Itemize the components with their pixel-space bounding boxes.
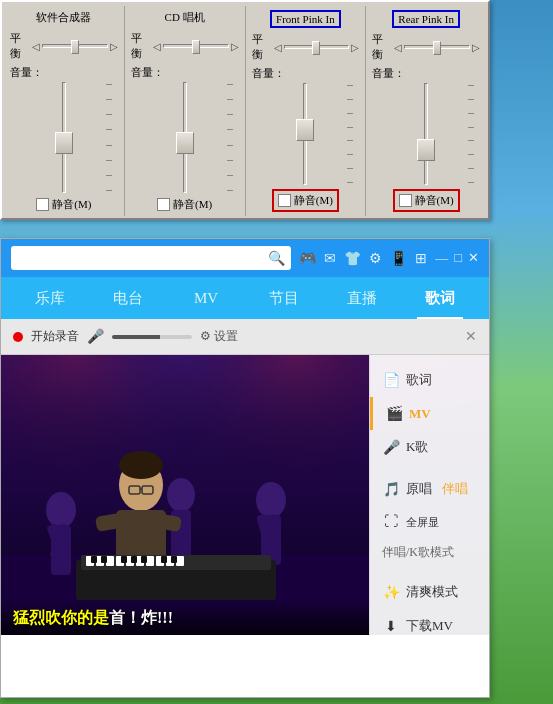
- tab-library[interactable]: 乐库: [11, 277, 89, 319]
- menu-item-lyrics[interactable]: 📄 歌词: [370, 363, 489, 397]
- col3-mute-row: 静音(M): [272, 185, 339, 212]
- svg-rect-35: [91, 556, 97, 563]
- col1-volume-thumb[interactable]: [55, 132, 73, 154]
- tick: [468, 85, 474, 86]
- col4-balance-label: 平衡: [372, 32, 392, 62]
- col4-volume-slider[interactable]: [372, 83, 480, 185]
- settings-icon[interactable]: ⚙: [369, 250, 382, 267]
- minimize-button[interactable]: —: [435, 250, 448, 266]
- col2-balance-slider[interactable]: [163, 38, 229, 54]
- col3-balance-row: 平衡 ◁ ▷: [252, 32, 360, 62]
- col3-mute-checkbox[interactable]: [278, 194, 291, 207]
- menu-item-karaoke[interactable]: 🎤 K歌: [370, 430, 489, 464]
- col4-volume-track: [424, 83, 428, 185]
- menu-item-download-mv[interactable]: ⬇ 下载MV: [370, 609, 489, 635]
- col2-tick-marks: [227, 82, 239, 193]
- col1-balance-slider[interactable]: [42, 38, 108, 54]
- menu-subitem-karaoke-mode[interactable]: 伴唱/K歌模式: [370, 538, 489, 567]
- mixer-columns: 软件合成器 平衡 ◁ ▷ 音量：: [2, 2, 488, 218]
- svg-rect-38: [131, 556, 137, 563]
- tick: [227, 114, 233, 115]
- col3-bal-left-icon: ◁: [274, 42, 282, 53]
- mobile-icon[interactable]: 📱: [390, 250, 407, 267]
- lyrics-text-white: 首！炸!!!: [109, 609, 173, 626]
- col1-mute-checkbox[interactable]: [36, 198, 49, 211]
- col2-volume-slider[interactable]: [131, 82, 239, 193]
- search-icon[interactable]: 🔍: [268, 250, 285, 267]
- col3-tick-marks: [347, 83, 359, 185]
- window-controls: — □ ✕: [435, 250, 479, 266]
- col4-bal-left-icon: ◁: [394, 42, 402, 53]
- close-record-bar-button[interactable]: ✕: [465, 328, 477, 345]
- tick: [106, 145, 112, 146]
- col4-bal-right-icon: ▷: [472, 42, 480, 53]
- mic-volume-slider[interactable]: [112, 335, 192, 339]
- record-dot-icon: [13, 332, 23, 342]
- col4-balance-track: [404, 45, 470, 49]
- tab-shows[interactable]: 节目: [245, 277, 323, 319]
- col4-balance-row: 平衡 ◁ ▷: [372, 32, 480, 62]
- search-input[interactable]: [17, 251, 264, 265]
- col3-balance-slider[interactable]: [284, 39, 350, 55]
- tick: [106, 114, 112, 115]
- menu-item-fullscreen[interactable]: ⛶ 全屏显: [370, 506, 489, 538]
- tick: [227, 99, 233, 100]
- tshirt-icon[interactable]: 👕: [344, 250, 361, 267]
- menu-item-mv[interactable]: 🎬 MV: [370, 397, 489, 430]
- col4-mute-checkbox[interactable]: [399, 194, 412, 207]
- tick: [227, 84, 233, 85]
- search-input-wrapper[interactable]: 🔍: [11, 246, 291, 270]
- col3-title: Front Pink In: [270, 10, 341, 28]
- mv-menu-label: MV: [409, 406, 431, 422]
- tab-radio[interactable]: 电台: [89, 277, 167, 319]
- tick: [468, 99, 474, 100]
- svg-rect-37: [121, 556, 127, 563]
- tick: [106, 190, 112, 191]
- col3-balance-thumb[interactable]: [312, 41, 320, 55]
- menu-item-original[interactable]: 🎵 原唱 伴唱: [370, 472, 489, 506]
- bottom-overlay: 猛烈吹你的是首！炸!!!: [1, 600, 369, 635]
- nav-tabs: 乐库 电台 MV 节目 直播 歌词: [1, 277, 489, 319]
- col3-volume-thumb[interactable]: [296, 119, 314, 141]
- download-mv-icon: ⬇: [382, 618, 400, 635]
- col2-mute-label: 静音(M): [173, 197, 212, 212]
- col4-volume-thumb[interactable]: [417, 139, 435, 161]
- svg-point-13: [167, 478, 195, 512]
- tick: [468, 127, 474, 128]
- mixer-col-3: Front Pink In 平衡 ◁ ▷ 音量：: [246, 6, 367, 216]
- tick: [227, 190, 233, 191]
- grid-icon[interactable]: ⊞: [415, 250, 427, 267]
- col2-balance-track: [163, 44, 229, 48]
- tick: [347, 99, 353, 100]
- mail-icon[interactable]: ✉: [324, 250, 336, 267]
- settings-button[interactable]: ⚙ 设置: [200, 328, 238, 345]
- col4-balance-slider[interactable]: [404, 39, 470, 55]
- col4-balance-thumb[interactable]: [433, 41, 441, 55]
- tick: [106, 175, 112, 176]
- fullscreen-menu-label: 全屏显: [406, 515, 439, 530]
- menu-item-clean[interactable]: ✨ 清爽模式: [370, 575, 489, 609]
- accomp-menu-label: 伴唱: [442, 480, 468, 498]
- close-button[interactable]: ✕: [468, 250, 479, 266]
- stage-svg: [1, 355, 371, 635]
- col1-balance-thumb[interactable]: [71, 40, 79, 54]
- tab-live[interactable]: 直播: [323, 277, 401, 319]
- col1-volume-slider[interactable]: [10, 82, 118, 193]
- col1-balance-label: 平衡: [10, 31, 30, 61]
- col2-volume-thumb[interactable]: [176, 132, 194, 154]
- tab-lyrics[interactable]: 歌词: [401, 277, 479, 319]
- col4-tick-marks: [468, 83, 480, 185]
- tick: [227, 129, 233, 130]
- gear-icon: ⚙: [200, 329, 211, 344]
- tab-mv[interactable]: MV: [167, 277, 245, 319]
- col2-balance-row: 平衡 ◁ ▷: [131, 31, 239, 61]
- col2-balance-thumb[interactable]: [192, 40, 200, 54]
- col4-mute-row: 静音(M): [393, 185, 460, 212]
- maximize-button[interactable]: □: [454, 250, 462, 266]
- col3-volume-slider[interactable]: [252, 83, 360, 185]
- col3-bal-right-icon: ▷: [351, 42, 359, 53]
- record-start-label[interactable]: 开始录音: [31, 328, 79, 345]
- tick: [106, 129, 112, 130]
- game-icon[interactable]: 🎮: [299, 250, 316, 267]
- col2-mute-checkbox[interactable]: [157, 198, 170, 211]
